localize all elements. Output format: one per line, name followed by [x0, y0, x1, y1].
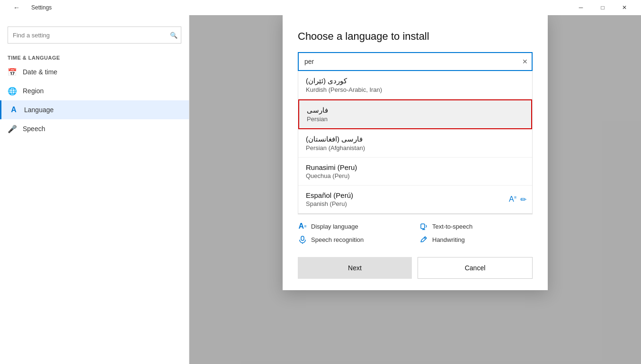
- find-setting-container: 🔍: [8, 27, 181, 44]
- handwriting-feature-icon: [419, 235, 428, 244]
- lang-native: کوردی (ئێران): [306, 77, 525, 85]
- search-clear-button[interactable]: ✕: [522, 58, 528, 65]
- language-search-input[interactable]: [298, 52, 533, 71]
- list-item[interactable]: Runasimi (Peru) Quechua (Peru): [298, 158, 532, 186]
- lang-native: فارسی (افغانستان): [306, 135, 525, 143]
- find-icon: 🔍: [170, 32, 178, 39]
- dialog-title: Choose a language to install: [298, 30, 533, 43]
- maximize-button[interactable]: □: [592, 0, 614, 15]
- list-item[interactable]: کوردی (ئێران) Kurdish (Perso-Arabic, Ira…: [298, 71, 532, 99]
- features-grid: A≡ Display language: [298, 222, 533, 248]
- language-list[interactable]: کوردی (ئێران) Kurdish (Perso-Arabic, Ira…: [298, 71, 533, 214]
- sidebar-item-speech-label: Speech: [23, 125, 45, 133]
- list-item[interactable]: فارسی (افغانستان) Persian (Afghanistan): [298, 129, 532, 158]
- handwriting-label: Handwriting: [432, 236, 465, 243]
- close-button[interactable]: ✕: [614, 0, 635, 15]
- sidebar-item-date-time-label: Date & time: [23, 68, 57, 76]
- display-language-label: Display language: [311, 223, 358, 230]
- language-icon: A: [9, 105, 18, 115]
- cancel-button[interactable]: Cancel: [418, 257, 533, 279]
- main-content: Choose a language to install ✕ کوردی (ئێ…: [189, 15, 641, 364]
- clear-icon: ✕: [522, 58, 528, 65]
- sidebar-item-region[interactable]: 🌐 Region: [0, 81, 189, 100]
- lang-english: Quechua (Peru): [306, 172, 525, 179]
- speech-icon: 🎤: [8, 124, 17, 133]
- feature-handwriting: Handwriting: [419, 235, 533, 244]
- sidebar-item-language[interactable]: A Language: [0, 100, 189, 119]
- display-lang-icon: A≡: [509, 195, 516, 204]
- text-to-speech-label: Text-to-speech: [432, 223, 472, 230]
- sidebar-item-speech[interactable]: 🎤 Speech: [0, 119, 189, 138]
- lang-english: Persian: [307, 115, 524, 123]
- sidebar-item-date-time[interactable]: 📅 Date & time: [0, 62, 189, 81]
- list-item[interactable]: فارسی Persian: [298, 99, 532, 129]
- sidebar-section-label: Time & Language: [0, 51, 189, 62]
- lang-feature-icons: A≡ ✏: [509, 195, 526, 204]
- lang-native: Español (Perú): [306, 191, 525, 199]
- text-to-speech-feature-icon: [419, 222, 428, 231]
- app-title: Settings: [31, 4, 52, 11]
- next-button[interactable]: Next: [298, 257, 412, 279]
- date-time-icon: 📅: [8, 67, 17, 77]
- lang-native: Runasimi (Peru): [306, 163, 525, 171]
- lang-english: Kurdish (Perso-Arabic, Iran): [306, 86, 525, 93]
- display-language-feature-icon: A≡: [298, 222, 307, 231]
- search-box: ✕: [298, 52, 533, 71]
- sidebar-item-region-label: Region: [23, 87, 44, 95]
- sidebar-item-language-label: Language: [24, 106, 53, 114]
- dialog-overlay: Choose a language to install ✕ کوردی (ئێ…: [189, 15, 641, 364]
- window-controls: ─ □ ✕: [570, 0, 635, 15]
- speech-recognition-feature-icon: [298, 235, 307, 244]
- title-bar: ← Settings ─ □ ✕: [0, 0, 641, 15]
- svg-line-5: [424, 238, 426, 239]
- speech-recognition-label: Speech recognition: [311, 236, 364, 243]
- dialog-buttons: Next Cancel: [298, 257, 533, 279]
- sidebar: 🔍 Time & Language 📅 Date & time 🌐 Region…: [0, 15, 189, 364]
- handwriting-icon: ✏: [520, 195, 526, 204]
- feature-display-language: A≡ Display language: [298, 222, 411, 231]
- lang-native: فارسی: [307, 106, 524, 115]
- features-section: A≡ Display language: [298, 214, 533, 253]
- back-button[interactable]: ←: [6, 0, 27, 15]
- minimize-button[interactable]: ─: [570, 0, 592, 15]
- install-language-dialog: Choose a language to install ✕ کوردی (ئێ…: [283, 15, 548, 290]
- region-icon: 🌐: [8, 86, 17, 96]
- svg-rect-3: [301, 236, 304, 240]
- app-container: 🔍 Time & Language 📅 Date & time 🌐 Region…: [0, 0, 641, 364]
- svg-rect-0: [421, 224, 425, 229]
- lang-english: Spanish (Peru): [306, 200, 525, 207]
- feature-text-to-speech: Text-to-speech: [419, 222, 533, 231]
- lang-english: Persian (Afghanistan): [306, 144, 525, 151]
- feature-speech-recognition: Speech recognition: [298, 235, 411, 244]
- list-item[interactable]: Español (Perú) Spanish (Peru) A≡ ✏: [298, 186, 532, 213]
- find-setting-input[interactable]: [8, 27, 181, 44]
